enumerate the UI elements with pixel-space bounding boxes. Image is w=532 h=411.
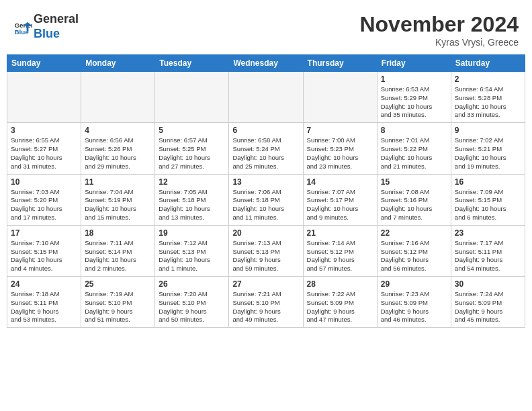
calendar-cell: 10Sunrise: 7:03 AM Sunset: 5:20 PM Dayli… — [7, 174, 81, 225]
day-info: Sunrise: 7:08 AM Sunset: 5:16 PM Dayligh… — [381, 188, 447, 222]
calendar-cell — [155, 72, 229, 123]
day-number: 4 — [85, 126, 151, 135]
calendar-cell: 23Sunrise: 7:17 AM Sunset: 5:11 PM Dayli… — [451, 225, 525, 276]
day-info: Sunrise: 6:53 AM Sunset: 5:29 PM Dayligh… — [381, 85, 447, 120]
weekday-header-row: SundayMondayTuesdayWednesdayThursdayFrid… — [7, 55, 525, 72]
day-number: 18 — [85, 228, 151, 238]
day-number: 25 — [85, 279, 151, 289]
day-info: Sunrise: 7:07 AM Sunset: 5:17 PM Dayligh… — [307, 188, 373, 222]
week-row-1: 1Sunrise: 6:53 AM Sunset: 5:29 PM Daylig… — [7, 72, 525, 123]
day-info: Sunrise: 7:05 AM Sunset: 5:18 PM Dayligh… — [159, 188, 225, 222]
day-number: 2 — [455, 75, 521, 84]
calendar-cell: 21Sunrise: 7:14 AM Sunset: 5:12 PM Dayli… — [303, 225, 377, 276]
calendar-cell: 4Sunrise: 6:56 AM Sunset: 5:26 PM Daylig… — [81, 123, 155, 174]
day-info: Sunrise: 7:22 AM Sunset: 5:09 PM Dayligh… — [307, 290, 373, 324]
calendar-table: SundayMondayTuesdayWednesdayThursdayFrid… — [7, 54, 525, 328]
day-number: 14 — [307, 177, 373, 187]
logo-icon: General Blue — [13, 17, 32, 36]
day-number: 1 — [381, 75, 447, 84]
week-row-4: 17Sunrise: 7:10 AM Sunset: 5:15 PM Dayli… — [7, 225, 525, 276]
day-number: 20 — [232, 228, 299, 238]
calendar-cell: 14Sunrise: 7:07 AM Sunset: 5:17 PM Dayli… — [303, 174, 377, 225]
day-number: 9 — [455, 126, 521, 135]
day-info: Sunrise: 7:06 AM Sunset: 5:18 PM Dayligh… — [232, 188, 299, 222]
calendar-cell: 25Sunrise: 7:19 AM Sunset: 5:10 PM Dayli… — [81, 277, 155, 328]
day-number: 12 — [159, 177, 225, 187]
day-number: 6 — [232, 126, 299, 135]
day-info: Sunrise: 6:57 AM Sunset: 5:25 PM Dayligh… — [159, 136, 225, 171]
day-number: 8 — [381, 126, 447, 135]
month-year: November 2024 — [359, 12, 519, 37]
calendar-cell: 27Sunrise: 7:21 AM Sunset: 5:10 PM Dayli… — [229, 277, 303, 328]
calendar-cell: 30Sunrise: 7:24 AM Sunset: 5:09 PM Dayli… — [451, 277, 525, 328]
day-number: 19 — [159, 228, 225, 238]
day-number: 13 — [232, 177, 299, 187]
weekday-header-saturday: Saturday — [451, 55, 525, 72]
page-header: General Blue General Blue November 2024 … — [7, 7, 525, 52]
day-info: Sunrise: 7:02 AM Sunset: 5:21 PM Dayligh… — [455, 136, 521, 171]
weekday-header-sunday: Sunday — [7, 55, 81, 72]
calendar-cell — [229, 72, 303, 123]
calendar-cell — [7, 72, 81, 123]
day-number: 10 — [11, 177, 77, 187]
calendar-cell: 28Sunrise: 7:22 AM Sunset: 5:09 PM Dayli… — [303, 277, 377, 328]
calendar-cell: 12Sunrise: 7:05 AM Sunset: 5:18 PM Dayli… — [155, 174, 229, 225]
week-row-5: 24Sunrise: 7:18 AM Sunset: 5:11 PM Dayli… — [7, 277, 525, 328]
day-info: Sunrise: 6:54 AM Sunset: 5:28 PM Dayligh… — [455, 85, 521, 120]
calendar-cell: 8Sunrise: 7:01 AM Sunset: 5:22 PM Daylig… — [377, 123, 451, 174]
day-info: Sunrise: 6:55 AM Sunset: 5:27 PM Dayligh… — [11, 136, 77, 171]
weekday-header-thursday: Thursday — [303, 55, 377, 72]
calendar-cell: 16Sunrise: 7:09 AM Sunset: 5:15 PM Dayli… — [451, 174, 525, 225]
day-info: Sunrise: 7:21 AM Sunset: 5:10 PM Dayligh… — [232, 290, 299, 324]
week-row-3: 10Sunrise: 7:03 AM Sunset: 5:20 PM Dayli… — [7, 174, 525, 225]
logo: General Blue General Blue — [13, 12, 79, 41]
day-info: Sunrise: 7:18 AM Sunset: 5:11 PM Dayligh… — [11, 290, 77, 324]
calendar-cell: 26Sunrise: 7:20 AM Sunset: 5:10 PM Dayli… — [155, 277, 229, 328]
day-info: Sunrise: 7:13 AM Sunset: 5:13 PM Dayligh… — [232, 239, 299, 273]
calendar-cell: 13Sunrise: 7:06 AM Sunset: 5:18 PM Dayli… — [229, 174, 303, 225]
calendar-cell: 5Sunrise: 6:57 AM Sunset: 5:25 PM Daylig… — [155, 123, 229, 174]
day-info: Sunrise: 7:24 AM Sunset: 5:09 PM Dayligh… — [455, 290, 521, 324]
day-number: 27 — [232, 279, 299, 289]
day-info: Sunrise: 6:58 AM Sunset: 5:24 PM Dayligh… — [232, 136, 299, 171]
day-number: 22 — [381, 228, 447, 238]
day-number: 7 — [307, 126, 373, 135]
calendar-cell: 2Sunrise: 6:54 AM Sunset: 5:28 PM Daylig… — [451, 72, 525, 123]
day-number: 21 — [307, 228, 373, 238]
day-info: Sunrise: 7:12 AM Sunset: 5:13 PM Dayligh… — [159, 239, 225, 273]
calendar-cell: 18Sunrise: 7:11 AM Sunset: 5:14 PM Dayli… — [81, 225, 155, 276]
weekday-header-wednesday: Wednesday — [229, 55, 303, 72]
calendar-cell: 29Sunrise: 7:23 AM Sunset: 5:09 PM Dayli… — [377, 277, 451, 328]
day-number: 23 — [455, 228, 521, 238]
day-number: 28 — [307, 279, 373, 289]
calendar-cell: 22Sunrise: 7:16 AM Sunset: 5:12 PM Dayli… — [377, 225, 451, 276]
calendar-cell: 24Sunrise: 7:18 AM Sunset: 5:11 PM Dayli… — [7, 277, 81, 328]
day-number: 5 — [159, 126, 225, 135]
day-number: 16 — [455, 177, 521, 187]
calendar-cell: 7Sunrise: 7:00 AM Sunset: 5:23 PM Daylig… — [303, 123, 377, 174]
calendar-cell: 19Sunrise: 7:12 AM Sunset: 5:13 PM Dayli… — [155, 225, 229, 276]
calendar-cell: 3Sunrise: 6:55 AM Sunset: 5:27 PM Daylig… — [7, 123, 81, 174]
day-number: 29 — [381, 279, 447, 289]
calendar-cell — [303, 72, 377, 123]
day-info: Sunrise: 7:16 AM Sunset: 5:12 PM Dayligh… — [381, 239, 447, 273]
day-number: 15 — [381, 177, 447, 187]
day-number: 30 — [455, 279, 521, 289]
calendar-cell: 20Sunrise: 7:13 AM Sunset: 5:13 PM Dayli… — [229, 225, 303, 276]
week-row-2: 3Sunrise: 6:55 AM Sunset: 5:27 PM Daylig… — [7, 123, 525, 174]
day-info: Sunrise: 7:03 AM Sunset: 5:20 PM Dayligh… — [11, 188, 77, 222]
day-info: Sunrise: 7:14 AM Sunset: 5:12 PM Dayligh… — [307, 239, 373, 273]
day-info: Sunrise: 7:11 AM Sunset: 5:14 PM Dayligh… — [85, 239, 151, 273]
day-number: 3 — [11, 126, 77, 135]
day-info: Sunrise: 7:00 AM Sunset: 5:23 PM Dayligh… — [307, 136, 373, 171]
calendar-cell — [81, 72, 155, 123]
day-info: Sunrise: 7:19 AM Sunset: 5:10 PM Dayligh… — [85, 290, 151, 324]
day-info: Sunrise: 7:20 AM Sunset: 5:10 PM Dayligh… — [159, 290, 225, 324]
day-number: 11 — [85, 177, 151, 187]
day-info: Sunrise: 6:56 AM Sunset: 5:26 PM Dayligh… — [85, 136, 151, 171]
calendar-cell: 17Sunrise: 7:10 AM Sunset: 5:15 PM Dayli… — [7, 225, 81, 276]
day-number: 17 — [11, 228, 77, 238]
calendar-cell: 6Sunrise: 6:58 AM Sunset: 5:24 PM Daylig… — [229, 123, 303, 174]
day-number: 26 — [159, 279, 225, 289]
title-block: November 2024 Kyras Vrysi, Greece — [359, 12, 519, 48]
